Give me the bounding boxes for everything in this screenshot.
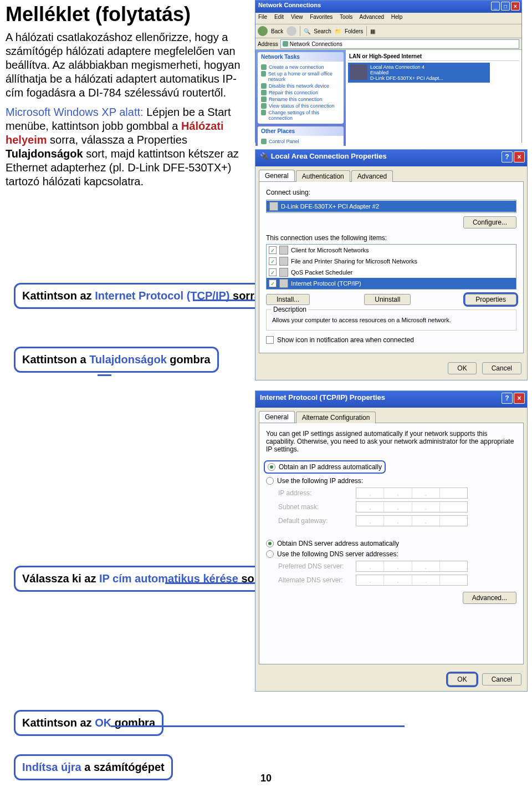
- adapter-icon: [269, 202, 278, 211]
- install-button[interactable]: Install...: [266, 294, 310, 305]
- configure-button[interactable]: Configure...: [463, 216, 516, 229]
- menubar[interactable]: File Edit View Favorites Tools Advanced …: [255, 13, 521, 24]
- page-number: 10: [0, 773, 532, 784]
- other-places-item[interactable]: Control Panel: [261, 139, 340, 144]
- callout-ok: Kattintson az OK gombra: [14, 710, 163, 736]
- intro-text: You can get IP settings assigned automat…: [266, 430, 516, 453]
- task-item[interactable]: Set up a home or small office network: [261, 71, 340, 82]
- gateway-row: Default gateway:...: [278, 515, 516, 526]
- folders-icon[interactable]: 📁: [335, 28, 341, 34]
- back-icon[interactable]: [258, 26, 268, 36]
- task-item[interactable]: Change settings of this connection: [261, 110, 340, 121]
- network-icon: [283, 41, 288, 47]
- plug-icon: 🔌: [260, 152, 269, 160]
- tab-general[interactable]: General: [259, 170, 295, 181]
- intro-paragraph: A hálózati csatlakozáshoz ellenőrizze, h…: [6, 31, 249, 100]
- tab-advanced[interactable]: Advanced: [351, 170, 393, 182]
- ok-button[interactable]: OK: [448, 362, 476, 374]
- minimize-icon[interactable]: _: [491, 2, 500, 11]
- search-icon[interactable]: 🔍: [304, 28, 310, 34]
- cancel-button[interactable]: Cancel: [482, 362, 521, 374]
- close-icon[interactable]: ×: [514, 393, 525, 404]
- task-item[interactable]: View status of this connection: [261, 103, 340, 109]
- list-item[interactable]: ✓Client for Microsoft Networks: [267, 245, 516, 256]
- tab-alternate[interactable]: Alternate Configuration: [296, 412, 376, 423]
- task-item[interactable]: Create a new connection: [261, 64, 340, 70]
- uses-label: This connection uses the following items…: [266, 234, 516, 242]
- toolbar: Back 🔍Search 📁Folders ▦: [255, 24, 521, 38]
- task-item[interactable]: Repair this connection: [261, 90, 340, 95]
- forward-icon[interactable]: [287, 26, 296, 36]
- subnet-row: Subnet mask:...: [278, 501, 516, 512]
- list-item[interactable]: ✓QoS Packet Scheduler: [267, 267, 516, 278]
- other-places-header: Other Places: [258, 126, 344, 136]
- client-icon: [279, 246, 288, 255]
- intro-xp: Microsoft Windows XP alatt: Lépjen be a …: [6, 105, 249, 189]
- network-connections-window: Network Connections _ □ × File Edit View…: [255, 0, 522, 143]
- window-title: Network Connections: [258, 2, 321, 8]
- radio-use-ip[interactable]: Use the following IP address:: [266, 477, 516, 485]
- help-icon[interactable]: ?: [502, 393, 513, 404]
- dialog-titlebar: Internet Protocol (TCP/IP) Properties ? …: [255, 391, 527, 408]
- alt-dns-row: Alternate DNS server:...: [278, 575, 516, 586]
- protocol-icon: [279, 279, 288, 288]
- pref-dns-row: Preferred DNS server:...: [278, 561, 516, 572]
- connector-3: [165, 582, 266, 584]
- titlebar: Network Connections _ □ ×: [255, 1, 521, 13]
- tab-authentication[interactable]: Authentication: [296, 170, 350, 182]
- properties-button[interactable]: Properties: [465, 294, 516, 305]
- xp-lead: Microsoft Windows XP alatt:: [6, 106, 144, 118]
- callout-properties: Kattintson a Tulajdonságok gombra: [14, 347, 219, 373]
- address-field[interactable]: Network Connections: [280, 39, 519, 49]
- radio-use-dns[interactable]: Use the following DNS server addresses:: [266, 550, 516, 558]
- connector-4: [111, 725, 405, 727]
- list-item-tcpip[interactable]: ✓Internet Protocol (TCP/IP): [267, 278, 516, 289]
- help-icon[interactable]: ?: [502, 151, 513, 163]
- components-listbox[interactable]: ✓Client for Microsoft Networks ✓File and…: [266, 244, 516, 290]
- adapter-select[interactable]: D-Link DFE-530TX+ PCI Adapter #2: [266, 200, 516, 213]
- connections-pane: LAN or High-Speed Internet Local Area Co…: [346, 50, 521, 146]
- connector-2: [98, 374, 111, 376]
- task-item[interactable]: Disable this network device: [261, 83, 340, 89]
- close-icon[interactable]: ×: [514, 151, 525, 163]
- ip-address-row: IP address:...: [278, 488, 516, 499]
- ok-button[interactable]: OK: [448, 673, 476, 686]
- dialog-titlebar: 🔌 Local Area Connection Properties ? ×: [255, 150, 527, 166]
- radio-auto-dns[interactable]: Obtain DNS server address automatically: [266, 540, 516, 547]
- maximize-icon[interactable]: □: [501, 2, 510, 11]
- description-text: Allows your computer to access resources…: [271, 314, 511, 326]
- tab-row: General Authentication Advanced: [255, 166, 527, 181]
- address-bar: Address Network Connections: [255, 38, 521, 50]
- group-header: LAN or High-Speed Internet: [348, 52, 519, 61]
- callout-auto-ip: Válassza ki az IP cím automatikus kérése…: [14, 566, 270, 592]
- cancel-button[interactable]: Cancel: [482, 673, 521, 686]
- list-item[interactable]: ✓File and Printer Sharing for Microsoft …: [267, 256, 516, 267]
- uninstall-button[interactable]: Uninstall: [364, 294, 411, 305]
- close-icon[interactable]: ×: [511, 2, 520, 11]
- tasks-header: Network Tasks: [258, 52, 344, 62]
- side-panel: Network Tasks Create a new connection Se…: [255, 50, 346, 146]
- callout-tcpip: Kattintson az Internet Protocol (TCP/IP)…: [14, 283, 269, 309]
- connection-item[interactable]: Local Area Connection 4 Enabled D-Link D…: [348, 63, 490, 83]
- connect-using-label: Connect using:: [266, 189, 516, 196]
- ip-properties-dialog: Internet Protocol (TCP/IP) Properties ? …: [255, 390, 528, 692]
- radio-auto-ip[interactable]: Obtain an IP address automatically: [266, 463, 383, 471]
- network-adapter-icon: [350, 64, 367, 80]
- lan-properties-dialog: 🔌 Local Area Connection Properties ? × G…: [255, 149, 528, 380]
- page-heading: Melléklet (folytatás): [6, 3, 249, 26]
- advanced-button[interactable]: Advanced...: [463, 592, 516, 604]
- views-icon[interactable]: ▦: [370, 28, 375, 34]
- description-label: Description: [271, 306, 309, 313]
- tab-general[interactable]: General: [259, 411, 295, 423]
- task-item[interactable]: Rename this connection: [261, 97, 340, 102]
- file-share-icon: [279, 257, 288, 266]
- qos-icon: [279, 268, 288, 277]
- show-icon-checkbox[interactable]: Show icon in notification area when conn…: [266, 336, 516, 344]
